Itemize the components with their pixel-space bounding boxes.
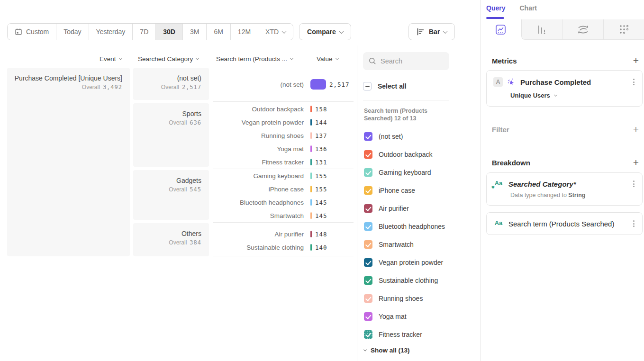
list-item[interactable]: Running shoes xyxy=(364,293,445,304)
list-item[interactable]: Gaming keyboard xyxy=(364,167,445,178)
list-item[interactable]: Air purifier xyxy=(364,203,445,214)
event-name: Purchase Completed [Unique Users] xyxy=(7,74,122,82)
date-range-label: Custom xyxy=(26,28,49,36)
date-range-3m[interactable]: 3M xyxy=(183,24,207,40)
category-cell-not-set[interactable]: (not set) Overall2,517 xyxy=(133,68,209,100)
tab-query[interactable]: Query xyxy=(486,4,505,14)
checkbox-checked[interactable] xyxy=(364,132,372,141)
list-item[interactable]: Fitness tracker xyxy=(364,329,445,340)
date-range-12m[interactable]: 12M xyxy=(231,24,258,40)
series-badge: A xyxy=(493,77,503,87)
chart-type-selector[interactable]: Bar xyxy=(408,23,455,40)
checkbox-checked[interactable] xyxy=(364,222,372,231)
column-header-search-term[interactable]: Search term (Products ... xyxy=(216,55,293,63)
select-all-checkbox[interactable] xyxy=(363,82,372,90)
table-row[interactable]: (not set) 2,517 xyxy=(213,78,354,91)
flows-icon xyxy=(577,24,589,35)
search-box[interactable] xyxy=(363,52,449,70)
insights-icon xyxy=(495,24,506,35)
checkbox-checked[interactable] xyxy=(364,150,372,159)
checkbox-checked[interactable] xyxy=(364,186,372,195)
checkbox-checked[interactable] xyxy=(364,330,372,339)
breakdown-title: Breakdown xyxy=(492,159,530,167)
segment-filter-panel: Select all Search term (Products Searche… xyxy=(357,45,480,361)
chevron-down-icon xyxy=(443,29,448,34)
string-property-icon: Aa xyxy=(493,219,504,228)
table-row[interactable]: Gaming keyboard 155 xyxy=(213,169,354,182)
date-range-30d[interactable]: 30D xyxy=(156,24,183,40)
table-row[interactable]: Outdoor backpack 158 xyxy=(213,102,354,116)
list-item[interactable]: Smartwatch xyxy=(364,239,445,250)
column-header-value[interactable]: Value xyxy=(317,55,338,63)
value-bar xyxy=(310,244,312,251)
tab-retention[interactable] xyxy=(603,19,644,40)
table-row[interactable]: Smartwatch 145 xyxy=(213,209,354,222)
measure-selector[interactable]: Unique Users xyxy=(487,87,642,106)
date-range-toolbar: Custom Today Yesterday 7D 30D 3M 6M 12M … xyxy=(7,23,351,40)
list-item[interactable]: (not set) xyxy=(364,131,445,142)
list-item[interactable]: Outdoor backpack xyxy=(364,149,445,160)
show-all-link[interactable]: Show all (13) xyxy=(364,347,410,354)
list-item[interactable]: Sustainable clothing xyxy=(364,275,445,286)
table-row[interactable]: Vegan protein powder 144 xyxy=(213,116,354,129)
add-metric-button[interactable]: + xyxy=(633,56,639,65)
category-cell-others[interactable]: Others Overall384 xyxy=(133,223,209,256)
date-range-today[interactable]: Today xyxy=(56,24,89,40)
kebab-menu-icon[interactable] xyxy=(632,219,635,228)
tab-funnels[interactable] xyxy=(521,19,562,40)
add-breakdown-button[interactable]: + xyxy=(633,158,639,167)
kebab-menu-icon[interactable] xyxy=(632,78,635,86)
string-property-icon: Aa✱ xyxy=(493,180,504,188)
category-cell-gadgets[interactable]: Gadgets Overall545 xyxy=(133,170,209,220)
event-overall: Overall3,492 xyxy=(7,84,122,90)
kebab-menu-icon[interactable] xyxy=(632,180,635,188)
checkbox-checked[interactable] xyxy=(364,312,372,321)
tab-chart[interactable]: Chart xyxy=(519,4,537,14)
checkbox-checked[interactable] xyxy=(364,258,372,267)
checkbox-checked[interactable] xyxy=(364,276,372,285)
table-row[interactable]: Bluetooth headphones 145 xyxy=(213,196,354,209)
breakdown-card[interactable]: Aa✱ Searched Category* Data type changed… xyxy=(486,172,643,206)
checkbox-checked[interactable] xyxy=(364,240,372,249)
date-range-custom[interactable]: Custom xyxy=(8,24,56,40)
add-filter-button[interactable]: + xyxy=(633,125,639,134)
table-row[interactable]: Yoga mat 136 xyxy=(213,142,354,155)
list-item[interactable]: Vegan protein powder xyxy=(364,257,445,268)
list-item[interactable]: iPhone case xyxy=(364,185,445,196)
sidebar-tabs: Query Chart xyxy=(486,4,537,14)
date-range-xtd[interactable]: XTD xyxy=(258,24,293,40)
search-icon xyxy=(369,57,376,65)
table-row[interactable]: iPhone case 155 xyxy=(213,182,354,196)
checkbox-checked[interactable] xyxy=(364,294,372,303)
date-range-yesterday[interactable]: Yesterday xyxy=(89,24,133,40)
column-header-searched-category[interactable]: Searched Category xyxy=(138,55,199,63)
chevron-down-icon xyxy=(335,57,338,60)
checkbox-checked[interactable] xyxy=(364,168,372,177)
select-all-row[interactable]: Select all xyxy=(363,82,407,90)
date-range-6m[interactable]: 6M xyxy=(207,24,230,40)
search-term-rows: (not set) 2,517 Outdoor backpack 158 Veg… xyxy=(213,66,354,261)
table-row[interactable]: Fitness tracker 131 xyxy=(213,155,354,169)
breakdown-card[interactable]: Aa Search term (Products Searched) xyxy=(486,212,643,235)
table-row[interactable]: Air purifier 148 xyxy=(213,227,354,241)
metrics-section-header: Metrics + xyxy=(492,56,639,65)
search-input[interactable] xyxy=(381,57,442,65)
event-cell[interactable]: Purchase Completed [Unique Users] Overal… xyxy=(7,68,130,256)
metric-card[interactable]: A Purchase Completed Unique Users xyxy=(486,70,643,107)
group-separator xyxy=(213,256,354,256)
list-item[interactable]: Bluetooth headphones xyxy=(364,221,445,232)
compare-button[interactable]: Compare xyxy=(299,23,351,40)
table-row[interactable]: Running shoes 137 xyxy=(213,129,354,142)
table-row[interactable]: Sustainable clothing 140 xyxy=(213,241,354,254)
value-bar xyxy=(310,199,312,206)
category-cell-sports[interactable]: Sports Overall636 xyxy=(133,103,209,167)
list-item[interactable]: Yoga mat xyxy=(364,311,445,322)
value-bar xyxy=(310,79,326,90)
date-range-7d[interactable]: 7D xyxy=(133,24,156,40)
event-sparkle-icon xyxy=(508,78,516,86)
checkbox-checked[interactable] xyxy=(364,204,372,213)
column-header-event[interactable]: Event xyxy=(100,55,122,63)
tab-flows[interactable] xyxy=(562,19,604,40)
tab-insights[interactable] xyxy=(481,19,521,40)
filter-title: Filter xyxy=(492,126,509,134)
